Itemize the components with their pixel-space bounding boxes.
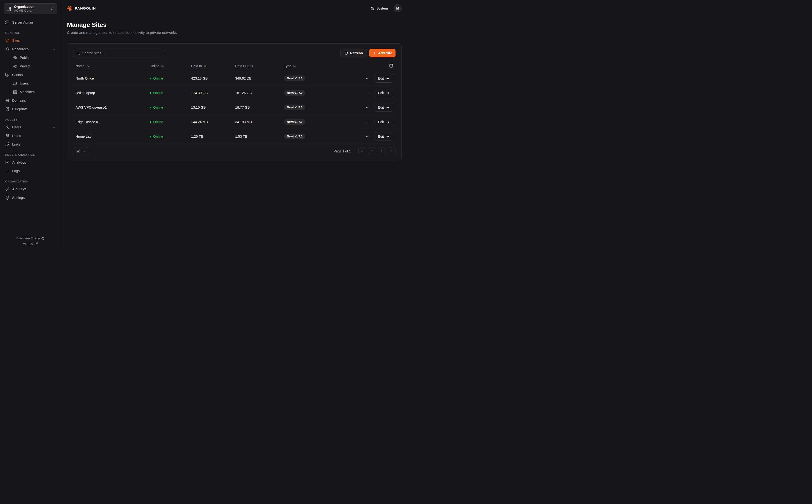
site-type: Newt v1.7.0 [282, 105, 353, 110]
organization-selector[interactable]: Organization ACME Corp. [4, 3, 57, 14]
scrollbar-thumb[interactable] [62, 124, 62, 130]
version-line[interactable]: v1.13.0 [0, 242, 61, 246]
chevron-down-icon [82, 150, 86, 153]
sidebar-item-private[interactable]: Private [11, 62, 58, 71]
edit-button[interactable]: Edit [375, 118, 393, 126]
sidebar-item-label: Private [20, 64, 30, 68]
organization-texts: Organization ACME Corp. [14, 5, 48, 13]
moon-icon [371, 6, 375, 10]
sidebar-item-links[interactable]: Links [3, 140, 58, 149]
row-menu-button[interactable] [364, 76, 371, 81]
brand-name: PANGOLIN [75, 6, 96, 10]
brand[interactable]: PANGOLIN [67, 5, 96, 11]
sidebar-item-machines[interactable]: Machines [11, 88, 58, 96]
next-page-button[interactable] [378, 147, 386, 155]
first-page-button[interactable] [358, 147, 366, 155]
site-name: Edge Device 01 [73, 120, 147, 124]
sidebar-item-label: API Keys [12, 187, 26, 191]
chevron-right-icon [380, 149, 384, 153]
chevron-up-icon[interactable] [52, 73, 56, 77]
chevron-up-icon[interactable] [52, 47, 56, 51]
edit-label: Edit [378, 76, 384, 80]
online-dot [150, 78, 151, 79]
page-size-select[interactable]: 20 [73, 147, 88, 155]
sidebar-item-label: Domains [12, 99, 26, 102]
sidebar: Organization ACME Corp. Server Admin GEN… [0, 0, 61, 252]
building-icon [7, 6, 12, 11]
row-menu-button[interactable] [364, 90, 371, 96]
sidebar-item-settings[interactable]: Settings [3, 193, 58, 202]
chevron-left-icon [370, 149, 374, 153]
edition-line[interactable]: Enterprise Edition [0, 237, 61, 240]
add-site-button[interactable]: Add Site [369, 49, 396, 57]
type-badge: Newt v1.7.0 [284, 119, 305, 125]
chevron-down-icon[interactable] [52, 126, 56, 129]
status-text: Online [153, 76, 163, 80]
sidebar-item-roles[interactable]: Roles [3, 131, 58, 140]
sidebar-item-label: Settings [12, 196, 25, 200]
avatar[interactable]: M [394, 4, 402, 12]
pagination: 20 Page 1 of 1 [73, 147, 396, 155]
column-header-data-in[interactable]: Data In [189, 64, 233, 68]
row-menu-button[interactable] [364, 105, 371, 111]
table-row: Home Lab Online 1.20 TB 1.53 TB Newt v1.… [73, 129, 396, 144]
site-data-in: 1.20 TB [189, 135, 233, 138]
edit-button[interactable]: Edit [375, 89, 393, 97]
last-page-button[interactable] [388, 147, 396, 155]
sidebar-item-label: Clients [12, 73, 23, 77]
sites-toolbar: Refresh Add Site [73, 49, 396, 57]
search-input[interactable] [82, 51, 162, 55]
sidebar-item-sites[interactable]: Sites [3, 36, 58, 45]
sidebar-item-analytics[interactable]: Analytics [3, 158, 58, 167]
edit-button[interactable]: Edit [375, 103, 393, 112]
table-row: North Office Online 423.13 GB 349.62 DB … [73, 71, 396, 86]
arrow-right-icon [386, 106, 390, 109]
edit-button[interactable]: Edit [375, 132, 393, 141]
status-text: Online [153, 135, 163, 138]
logs-icon [5, 169, 10, 173]
sidebar-item-blueprints[interactable]: Blueprints [3, 105, 58, 113]
column-header-name[interactable]: Name [73, 64, 147, 68]
sidebar-item-public[interactable]: Public [11, 53, 58, 62]
sidebar-item-users[interactable]: Users [3, 123, 58, 131]
sidebar-item-client-users[interactable]: Users [11, 79, 58, 88]
column-header-actions [353, 64, 396, 68]
search-box [73, 49, 165, 57]
clients-submenu: Users Machines [8, 79, 58, 96]
search-icon [76, 51, 80, 55]
sidebar-item-resources[interactable]: Resources [3, 45, 58, 53]
site-data-in: 423.13 GB [189, 76, 233, 80]
table-header-row: Name Online Data In Data Out Type [73, 61, 396, 71]
sidebar-item-clients[interactable]: Clients [3, 71, 58, 79]
sidebar-item-label: Analytics [12, 161, 26, 164]
column-header-data-out[interactable]: Data Out [233, 64, 282, 68]
sidebar-item-api-keys[interactable]: API Keys [3, 185, 58, 193]
laptop-icon [13, 81, 17, 86]
edit-button[interactable]: Edit [375, 74, 393, 83]
sidebar-item-logs[interactable]: Logs [3, 167, 58, 175]
refresh-button[interactable]: Refresh [340, 49, 367, 57]
sidebar-item-label: Sites [12, 39, 20, 42]
ellipsis-icon [366, 76, 370, 81]
column-label: Data In [191, 64, 202, 68]
sidebar-item-label: Server Admin [12, 20, 33, 24]
columns-toggle-icon[interactable] [389, 64, 393, 68]
prev-page-button[interactable] [368, 147, 376, 155]
sidebar-item-domains[interactable]: Domains [3, 96, 58, 105]
theme-toggle[interactable]: System [371, 6, 388, 10]
main-content: PANGOLIN System M Manage Sites Create an… [61, 0, 406, 252]
sites-card: Refresh Add Site Name Online Data In [67, 43, 402, 161]
site-type: Newt v1.7.0 [282, 119, 353, 125]
server-icon [13, 90, 17, 94]
sidebar-item-server-admin[interactable]: Server Admin [3, 18, 58, 27]
column-header-online[interactable]: Online [147, 64, 189, 68]
server-icon [5, 20, 10, 25]
external-link-icon [35, 242, 38, 246]
row-menu-button[interactable] [364, 134, 371, 140]
arrow-right-icon [386, 77, 390, 80]
sidebar-item-label: Machines [20, 90, 35, 94]
globe-icon [13, 56, 17, 60]
row-menu-button[interactable] [364, 119, 371, 125]
column-header-type[interactable]: Type [282, 64, 353, 68]
chevron-down-icon[interactable] [52, 169, 56, 173]
